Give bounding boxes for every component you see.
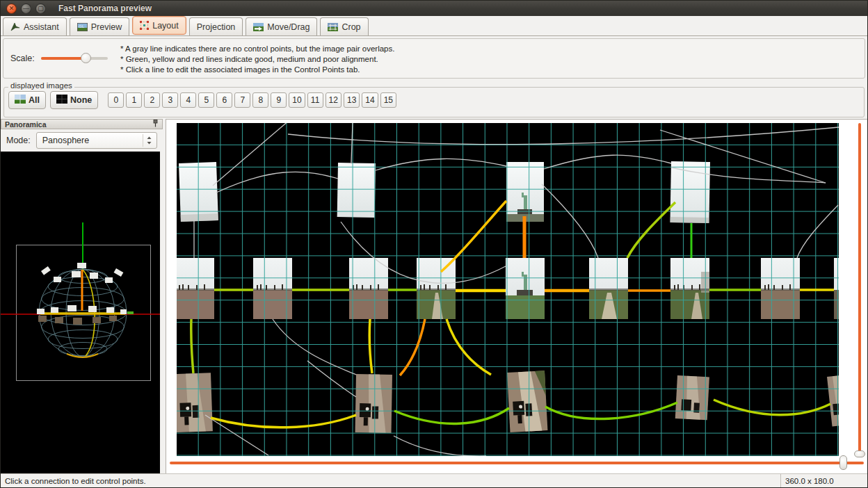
image-toggle-7[interactable]: 7	[234, 92, 250, 108]
dock-header: Panoramica	[1, 119, 163, 129]
window-title: Fast Panorama preview	[58, 3, 152, 13]
tab-label: Preview	[91, 22, 122, 32]
image-toggle-8[interactable]: 8	[252, 92, 268, 108]
tab-projection[interactable]: Projection	[189, 17, 243, 35]
layout-canvas[interactable]	[177, 123, 839, 456]
horizontal-pan-slider[interactable]	[170, 456, 864, 470]
vertical-pan-track[interactable]	[858, 123, 861, 456]
image-toggle-9[interactable]: 9	[271, 92, 287, 108]
move-drag-icon	[253, 23, 264, 31]
show-none-button[interactable]: None	[50, 91, 98, 109]
assistant-icon	[10, 22, 20, 31]
close-button[interactable]: ✕	[6, 3, 17, 14]
horizontal-pan-track[interactable]	[170, 462, 864, 464]
tab-crop[interactable]: Crop	[320, 17, 368, 35]
image-toggle-10[interactable]: 10	[289, 92, 305, 108]
panosphere-3d-preview[interactable]	[1, 152, 160, 475]
image-toggle-2[interactable]: 2	[144, 92, 160, 108]
image-toggle-3[interactable]: 3	[162, 92, 178, 108]
scale-panel: Scale: * A gray line indicates there are…	[3, 38, 865, 79]
layout-icon	[140, 21, 149, 30]
tab-assistant[interactable]: Assistant	[3, 17, 67, 35]
mode-select[interactable]: Panosphere	[36, 132, 157, 149]
image-toggle-15[interactable]: 15	[380, 92, 396, 108]
scale-slider-handle[interactable]	[81, 53, 91, 63]
mode-label: Mode:	[6, 136, 31, 145]
image-toggle-14[interactable]: 14	[362, 92, 378, 108]
image-toggle-13[interactable]: 13	[344, 92, 360, 108]
crop-icon	[328, 23, 338, 31]
tab-move-drag[interactable]: Move/Drag	[246, 17, 317, 35]
image-toggle-12[interactable]: 12	[326, 92, 341, 108]
image-toggle-5[interactable]: 5	[198, 92, 214, 108]
image-toggle-0[interactable]: 0	[108, 92, 124, 108]
status-message: Click a connection to edit control point…	[1, 474, 781, 487]
titlebar: ✕ — ▢ Fast Panorama preview	[1, 1, 867, 16]
image-toggle-11[interactable]: 11	[307, 92, 323, 108]
fast-panorama-preview-window: ✕ — ▢ Fast Panorama preview Assistant GL…	[0, 0, 868, 488]
spinner-arrows-icon[interactable]	[143, 134, 155, 147]
tab-preview[interactable]: GL Preview	[70, 17, 129, 35]
mode-value: Panosphere	[42, 136, 89, 145]
preview-icon: GL	[77, 23, 88, 31]
image-toggle-6[interactable]: 6	[216, 92, 232, 108]
displayed-images-group: displayed images All None 0 1 2 3 4 5	[3, 87, 865, 117]
all-images-icon	[15, 95, 26, 106]
canvas-dimensions: 360.0 x 180.0	[781, 474, 867, 487]
layout-canvas-panel	[166, 119, 868, 475]
scale-label: Scale:	[10, 54, 35, 63]
vertical-pan-slider[interactable]	[854, 123, 865, 456]
maximize-button[interactable]: ▢	[35, 3, 46, 14]
tab-label: Layout	[152, 21, 179, 31]
image-toggle-buttons: 0 1 2 3 4 5 6 7 8 9 10 11 12 13 14 15	[108, 92, 396, 108]
tab-label: Crop	[341, 22, 360, 32]
displayed-images-legend: displayed images	[8, 81, 74, 90]
none-label: None	[70, 95, 92, 105]
scale-slider[interactable]	[41, 53, 108, 64]
tab-layout[interactable]: Layout	[132, 16, 186, 35]
scale-slider-fill	[41, 57, 83, 60]
note-line: * Green, yellow and red lines indicate g…	[120, 54, 394, 65]
dock-title: Panoramica	[5, 120, 47, 129]
tab-label: Projection	[197, 22, 236, 32]
pin-icon[interactable]	[152, 120, 159, 129]
legend-notes: * A gray line indicates there are no con…	[120, 44, 394, 75]
svg-text:GL: GL	[79, 24, 85, 28]
no-images-icon	[56, 95, 67, 106]
note-line: * Click a line to edit the associated im…	[120, 65, 394, 75]
statusbar: Click a connection to edit control point…	[1, 473, 867, 487]
mode-row: Mode: Panosphere	[1, 129, 163, 152]
panosphere-dock: Panoramica Mode: Panosphere	[1, 119, 163, 475]
tabbar: Assistant GL Preview Layout Projection M…	[1, 16, 867, 36]
minimize-button[interactable]: —	[21, 3, 31, 14]
image-toggle-4[interactable]: 4	[180, 92, 196, 108]
show-all-button[interactable]: All	[8, 91, 46, 109]
tab-label: Assistant	[24, 22, 59, 32]
note-line: * A gray line indicates there are no con…	[120, 44, 394, 54]
tab-label: Move/Drag	[267, 22, 310, 32]
image-toggle-1[interactable]: 1	[126, 92, 142, 108]
all-label: All	[29, 95, 40, 105]
horizontal-pan-handle[interactable]	[839, 455, 847, 470]
